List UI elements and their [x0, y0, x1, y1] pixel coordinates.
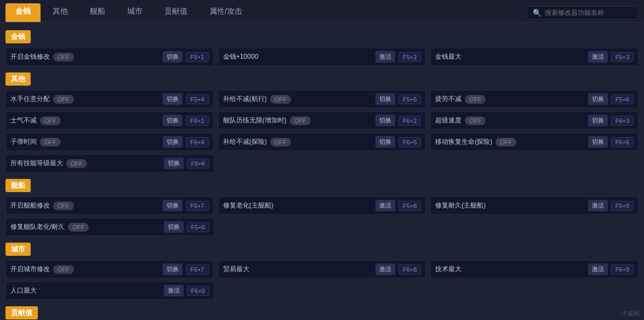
switch-button[interactable]: 切换 [163, 200, 183, 211]
hotkey-badge: F6+5 [398, 137, 421, 147]
main-content: 金钱开启金钱修改OFF切换F5+1金钱+10000激活F5+2金钱最大激活F5+… [0, 23, 644, 320]
hotkey-badge: F6+7 [186, 265, 208, 274]
section-header-贡献值: 贡献值 [5, 306, 38, 319]
tab-舰船[interactable]: 舰船 [80, 3, 115, 22]
item-card: 子弹时间OFF切换F6+4 [5, 133, 214, 151]
item-label: 贸易最大 [223, 265, 249, 274]
item-label: 修复舰队老化/耐久 [10, 222, 65, 232]
item-label: 疲劳不减 [435, 94, 461, 104]
toggle-button[interactable]: OFF [53, 201, 74, 210]
item-card: 疲劳不减OFF切换F5+6 [430, 90, 639, 108]
hotkey-badge: F5+5 [398, 94, 421, 104]
hotkey-badge: F6+1 [186, 116, 208, 126]
hotkey-badge: F6+6 [611, 137, 634, 147]
switch-button[interactable]: 切换 [588, 115, 608, 126]
item-card: 贸易最大激活F6+8 [218, 260, 426, 278]
items-row: 开启城市修改OFF切换F6+7贸易最大激活F6+8技术最大激活F6+9 [5, 260, 639, 278]
tab-其他[interactable]: 其他 [43, 3, 78, 22]
switch-button[interactable]: 切换 [375, 136, 395, 148]
item-card [219, 218, 426, 236]
hotkey-badge: F6+2 [398, 116, 421, 126]
items-row: 开启舰船修改OFF切换F5+7修复老化(主舰船)激活F5+8修复耐久(主舰船)激… [5, 197, 639, 215]
tab-贡献值[interactable]: 贡献值 [155, 3, 197, 22]
tab-城市[interactable]: 城市 [117, 3, 152, 22]
toggle-button[interactable]: OFF [53, 265, 74, 274]
items-row: 士气不减OFF切换F6+1舰队历练无限(增加时)OFF切换F6+2超级速度OFF… [5, 111, 639, 130]
activate-button[interactable]: 激活 [164, 285, 184, 296]
toggle-button[interactable]: OFF [40, 116, 61, 125]
item-card: 修复舰队老化/耐久OFF切换F5+0 [5, 218, 214, 236]
switch-button[interactable]: 切换 [588, 93, 608, 105]
section-header-金钱: 金钱 [5, 30, 31, 43]
hotkey-badge: F5+7 [186, 201, 208, 211]
switch-button[interactable]: 切换 [164, 158, 184, 169]
switch-button[interactable]: 切换 [588, 136, 608, 148]
hotkey-badge: F5+9 [611, 201, 634, 211]
activate-button[interactable]: 激活 [588, 200, 608, 211]
hotkey-badge: F5+4 [186, 94, 208, 104]
item-card [431, 218, 639, 236]
toggle-button[interactable]: OFF [495, 138, 516, 147]
activate-button[interactable]: 激活 [375, 51, 395, 63]
item-label: 修复耐久(主舰船) [435, 201, 486, 210]
hotkey-badge: F6+0 [187, 286, 209, 296]
item-label: 子弹时间 [10, 137, 37, 147]
switch-button[interactable]: 切换 [164, 221, 184, 233]
item-card: 补给不减(探险)OFF切换F6+5 [218, 133, 426, 151]
switch-button[interactable]: 切换 [163, 115, 183, 126]
items-row: 子弹时间OFF切换F6+4补给不减(探险)OFF切换F6+5移动恢复生命(探险)… [5, 133, 639, 151]
section-header-其他: 其他 [5, 72, 31, 86]
hotkey-badge: F5+3 [611, 52, 634, 62]
item-label: 移动恢复生命(探险) [435, 137, 492, 147]
toggle-button[interactable]: OFF [40, 138, 61, 147]
item-card [219, 154, 426, 172]
toggle-button[interactable]: OFF [270, 95, 291, 104]
switch-button[interactable]: 切换 [163, 263, 183, 275]
toggle-button[interactable]: OFF [66, 159, 87, 168]
toggle-button[interactable]: OFF [465, 116, 486, 125]
item-card: 修复耐久(主舰船)激活F5+9 [430, 197, 639, 215]
item-label: 所有技能等级最大 [10, 159, 63, 168]
toggle-button[interactable]: OFF [270, 138, 291, 147]
items-row: 开启金钱修改OFF切换F5+1金钱+10000激活F5+2金钱最大激活F5+3 [5, 48, 639, 66]
toggle-button[interactable]: OFF [53, 95, 74, 104]
item-card: 开启舰船修改OFF切换F5+7 [5, 197, 214, 215]
hotkey-badge: F6+4 [186, 137, 208, 147]
activate-button[interactable]: 激活 [588, 51, 608, 63]
hotkey-badge: F5+8 [398, 201, 421, 211]
switch-button[interactable]: 切换 [163, 51, 183, 63]
item-label: 修复老化(主舰船) [223, 201, 273, 210]
switch-button[interactable]: 切换 [163, 93, 183, 105]
search-box[interactable]: 🔍 [527, 6, 639, 20]
hotkey-badge: F5+6 [611, 94, 634, 104]
item-card: 金钱最大激活F5+3 [430, 48, 639, 66]
toggle-button[interactable]: OFF [465, 95, 486, 104]
tab-金钱[interactable]: 金钱 [5, 3, 41, 22]
activate-button[interactable]: 激活 [375, 263, 395, 275]
item-label: 人口最大 [10, 286, 37, 295]
switch-button[interactable]: 切换 [375, 93, 395, 105]
item-label: 金钱+10000 [223, 52, 258, 61]
item-card: 水手任意分配OFF切换F5+4 [5, 90, 214, 108]
tab-属性/攻击[interactable]: 属性/攻击 [200, 3, 252, 22]
hotkey-badge: F5+2 [398, 52, 421, 62]
toggle-button[interactable]: OFF [290, 116, 311, 125]
item-label: 补给不减(航行) [223, 94, 267, 104]
search-input[interactable] [545, 9, 632, 16]
toggle-button[interactable]: OFF [68, 223, 89, 232]
item-label: 超级速度 [435, 116, 461, 125]
item-label: 技术最大 [435, 265, 461, 274]
item-card: 开启金钱修改OFF切换F5+1 [5, 48, 214, 66]
item-label: 开启金钱修改 [10, 52, 50, 61]
activate-button[interactable]: 激活 [588, 263, 608, 275]
toggle-button[interactable]: OFF [53, 53, 74, 61]
item-label: 开启城市修改 [10, 265, 50, 274]
item-card: 修复老化(主舰船)激活F5+8 [218, 197, 426, 215]
hotkey-badge: F6+8 [398, 265, 421, 274]
switch-button[interactable]: 切换 [163, 136, 183, 148]
switch-button[interactable]: 切换 [375, 115, 395, 126]
activate-button[interactable]: 激活 [375, 200, 395, 211]
item-label: 补给不减(探险) [223, 137, 267, 147]
item-card: 金钱+10000激活F5+2 [218, 48, 426, 66]
section-header-舰船: 舰船 [5, 179, 31, 192]
